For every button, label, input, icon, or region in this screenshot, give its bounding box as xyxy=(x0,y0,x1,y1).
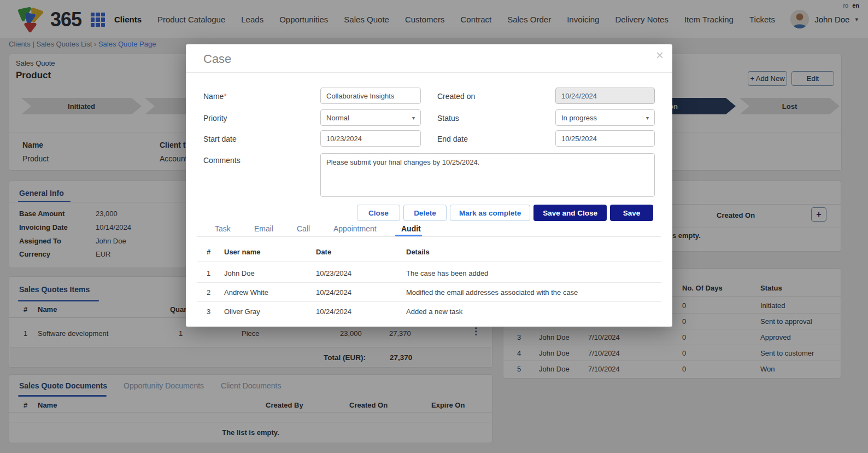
end-date-input[interactable] xyxy=(555,130,655,147)
audit-row-details: Added a new task xyxy=(406,307,462,316)
start-date-label: Start date xyxy=(203,135,237,143)
end-date-label: End date xyxy=(437,135,468,143)
tab-email[interactable]: Email xyxy=(254,224,273,233)
audit-col-user: User name xyxy=(224,248,260,256)
case-name-label: Name* xyxy=(203,92,227,101)
modal-title: Case xyxy=(203,52,231,66)
audit-row-num: 1 xyxy=(207,269,210,277)
tab-call[interactable]: Call xyxy=(297,224,310,233)
save-button[interactable]: Save xyxy=(610,205,653,221)
required-mark: * xyxy=(224,92,226,101)
audit-col-date: Date xyxy=(316,248,331,256)
audit-row-num: 3 xyxy=(207,307,210,316)
start-date-input[interactable] xyxy=(320,130,421,147)
audit-row-date: 10/24/2024 xyxy=(316,288,351,297)
audit-row-user: Oliver Gray xyxy=(224,307,260,316)
save-and-close-button[interactable]: Save and Close xyxy=(533,205,607,221)
audit-row-date: 10/24/2024 xyxy=(316,307,351,316)
status-select[interactable]: In progress ▾ xyxy=(555,109,655,126)
priority-value: Normal xyxy=(326,114,349,122)
created-on-label: Created on xyxy=(437,92,475,101)
tab-appointment[interactable]: Appointment xyxy=(333,224,377,233)
case-modal: Case × Name* Created on Priority Normal … xyxy=(186,44,672,327)
comments-textarea[interactable]: Please submit your final changes by 10/2… xyxy=(320,153,655,197)
close-icon[interactable]: × xyxy=(656,48,664,63)
chevron-down-icon: ▾ xyxy=(646,115,649,121)
mark-as-complete-button[interactable]: Mark as complete xyxy=(450,205,530,221)
status-value: In progress xyxy=(561,114,597,122)
case-name-input[interactable] xyxy=(320,88,421,104)
chevron-down-icon: ▾ xyxy=(412,115,415,121)
tab-audit[interactable]: Audit xyxy=(401,224,421,233)
modal-button-row: Close Delete Mark as complete Save and C… xyxy=(357,205,653,221)
delete-button[interactable]: Delete xyxy=(403,205,447,221)
audit-col-details: Details xyxy=(406,248,430,256)
audit-row-details: Modified the email addresses associated … xyxy=(406,288,578,297)
audit-row-date: 10/23/2024 xyxy=(316,269,351,277)
status-label: Status xyxy=(437,114,459,123)
audit-row-num: 2 xyxy=(207,288,210,297)
close-button[interactable]: Close xyxy=(357,205,400,221)
created-on-input xyxy=(555,88,655,104)
tab-task[interactable]: Task xyxy=(215,224,231,233)
priority-label: Priority xyxy=(203,114,227,123)
comments-label: Comments xyxy=(203,156,241,165)
audit-col-num: # xyxy=(207,248,210,256)
audit-row-user: John Doe xyxy=(224,269,255,277)
audit-row-user: Andrew White xyxy=(224,288,268,297)
priority-select[interactable]: Normal ▾ xyxy=(320,109,421,126)
audit-row-details: The case has been added xyxy=(406,269,488,277)
